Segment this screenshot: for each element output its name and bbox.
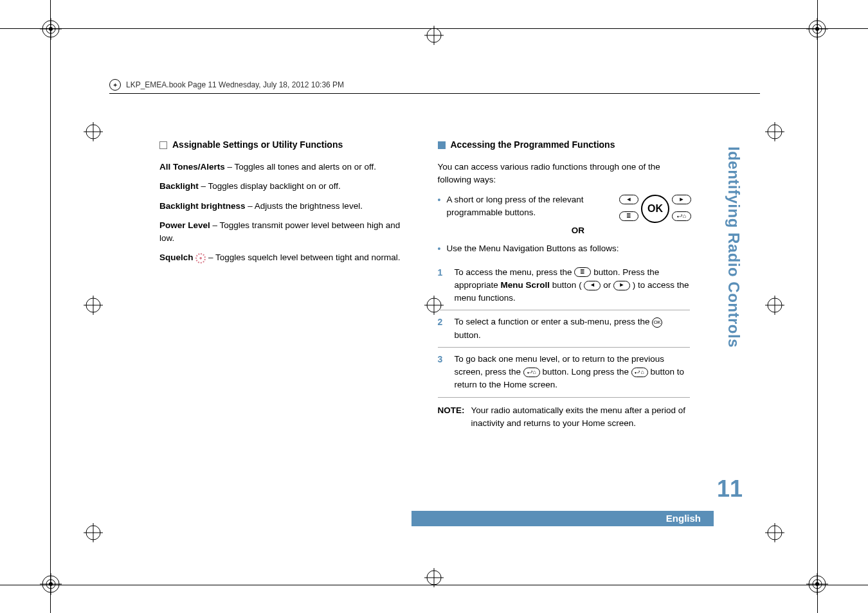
- registration-mark-icon: [424, 568, 444, 587]
- desc: – Toggles display backlight on or off.: [199, 181, 341, 191]
- svg-point-4: [49, 27, 53, 31]
- definition-item: Squelch ● – Toggles squelch level betwee…: [159, 251, 412, 264]
- bullet-list: Use the Menu Navigation Buttons as follo…: [438, 242, 691, 255]
- bullet1-text: A short or long press of the relevant pr…: [447, 193, 588, 220]
- txt: button.: [455, 330, 481, 340]
- svg-point-9: [815, 27, 819, 31]
- left-heading: Assignable Settings or Utility Functions: [159, 138, 412, 152]
- txt: or: [603, 280, 611, 290]
- nav-left-icon: ◄: [619, 195, 638, 204]
- nav-ok-icon: OK: [641, 195, 669, 223]
- svg-point-14: [49, 582, 53, 586]
- registration-mark-icon: [40, 18, 62, 40]
- desc: – Toggles all tones and alerts on or off…: [225, 162, 376, 172]
- registration-mark-icon: [765, 122, 784, 141]
- definition-item: Power Level – Toggles transmit power lev…: [159, 219, 412, 245]
- intro-text: You can access various radio functions t…: [438, 161, 691, 187]
- registration-mark-icon: [806, 18, 828, 40]
- right-heading: Accessing the Programmed Functions: [438, 138, 691, 152]
- crop-line-right: [817, 0, 818, 613]
- bold-term: Menu Scroll: [501, 280, 550, 290]
- crop-line-left: [50, 0, 51, 613]
- step-body: To select a function or enter a sub-menu…: [455, 315, 691, 342]
- definition-item: All Tones/Alerts – Toggles all tones and…: [159, 161, 412, 173]
- term: Backlight brightness: [159, 201, 246, 211]
- desc: – Toggles squelch level between tight an…: [208, 253, 400, 262]
- scroll-left-icon: ◄: [584, 281, 601, 290]
- back-button-icon: ⮐⌂: [631, 368, 648, 377]
- left-heading-text: Assignable Settings or Utility Functions: [172, 138, 343, 152]
- content-area: Assignable Settings or Utility Functions…: [159, 138, 690, 430]
- step-item: 3 To go back one menu level, or to retur…: [438, 348, 691, 398]
- registration-mark-icon: [765, 523, 784, 542]
- step-item: 1 To access the menu, press the ≣ button…: [438, 261, 691, 311]
- step-number: 1: [438, 266, 447, 305]
- svg-point-19: [815, 582, 819, 586]
- desc: – Adjusts the brightness level.: [246, 201, 363, 211]
- right-heading-text: Accessing the Programmed Functions: [451, 138, 615, 152]
- step-number: 3: [438, 353, 447, 392]
- step-body: To access the menu, press the ≣ button. …: [455, 266, 691, 305]
- registration-mark-icon: [765, 296, 784, 315]
- book-header-text: LKP_EMEA.book Page 11 Wednesday, July 18…: [126, 80, 344, 89]
- step-number: 2: [438, 315, 447, 342]
- section-title-vertical: Identifying Radio Controls: [725, 147, 743, 348]
- scroll-right-icon: ►: [613, 281, 630, 290]
- term: All Tones/Alerts: [159, 162, 225, 172]
- registration-mark-icon: [806, 573, 828, 595]
- square-outline-icon: [159, 141, 167, 149]
- right-column: Accessing the Programmed Functions You c…: [438, 138, 691, 430]
- txt: To select a function or enter a sub-menu…: [455, 317, 653, 326]
- term: Squelch: [159, 253, 194, 262]
- list-item: Use the Menu Navigation Buttons as follo…: [438, 242, 691, 255]
- registration-mark-icon: [424, 26, 444, 45]
- note-label: NOTE:: [438, 404, 465, 431]
- txt: button. Long press the: [543, 367, 631, 377]
- menu-button-icon: ≣: [574, 267, 591, 277]
- language-band: English: [411, 511, 714, 526]
- page-number: 11: [717, 475, 743, 502]
- book-header: ✦ LKP_EMEA.book Page 11 Wednesday, July …: [109, 79, 760, 94]
- txt: button (: [552, 280, 582, 290]
- registration-mark-icon: [84, 296, 103, 315]
- registration-mark-icon: [84, 523, 103, 542]
- left-column: Assignable Settings or Utility Functions…: [159, 138, 412, 430]
- square-fill-icon: [438, 141, 446, 149]
- note-block: NOTE: Your radio automatically exits the…: [438, 404, 691, 431]
- term: Power Level: [159, 220, 210, 230]
- definition-item: Backlight – Toggles display backlight on…: [159, 180, 412, 193]
- note-text: Your radio automatically exits the menu …: [471, 404, 691, 431]
- nav-button-cluster: ◄ ≣ OK ► ⮐⌂: [613, 190, 696, 228]
- ok-button-icon: OK: [652, 317, 662, 328]
- registration-mark-icon: [40, 573, 62, 595]
- book-mark-icon: ✦: [109, 79, 121, 91]
- step-list: 1 To access the menu, press the ≣ button…: [438, 261, 691, 398]
- nav-menu-icon: ≣: [619, 211, 638, 221]
- squelch-icon: ●: [195, 253, 206, 263]
- step-body: To go back one menu level, or to return …: [455, 353, 691, 392]
- step-item: 2 To select a function or enter a sub-me…: [438, 310, 691, 348]
- nav-right-icon: ►: [672, 195, 691, 204]
- back-button-icon: ⮐⌂: [523, 368, 540, 377]
- txt: To access the menu, press the: [455, 267, 575, 277]
- registration-mark-icon: [84, 122, 103, 141]
- term: Backlight: [159, 181, 199, 191]
- definition-item: Backlight brightness – Adjusts the brigh…: [159, 200, 412, 213]
- nav-back-icon: ⮐⌂: [672, 211, 691, 221]
